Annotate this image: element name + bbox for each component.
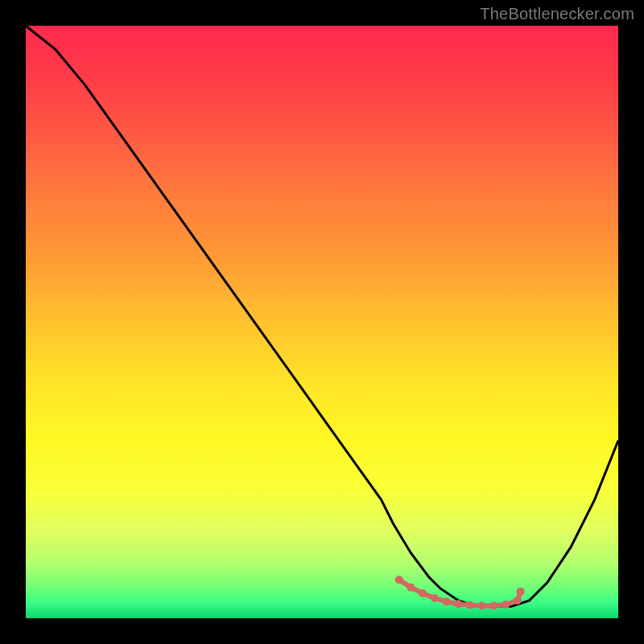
marker-dot [489,602,497,610]
chart-frame: TheBottlenecker.com [0,0,644,644]
marker-dot [478,602,486,610]
bottleneck-curve [26,26,618,606]
marker-dot [466,601,474,609]
marker-dot [419,589,427,597]
marker-dot [407,584,415,592]
marker-dot [502,601,510,609]
marker-dot [395,576,403,584]
optimal-range-markers [395,576,525,609]
marker-dot [517,588,525,596]
watermark-text: TheBottlenecker.com [480,5,634,23]
marker-dot [514,597,522,605]
curve-layer [26,26,618,618]
marker-dot [431,594,439,602]
marker-dot [454,600,462,608]
plot-area [26,26,618,618]
marker-dot [443,597,451,605]
